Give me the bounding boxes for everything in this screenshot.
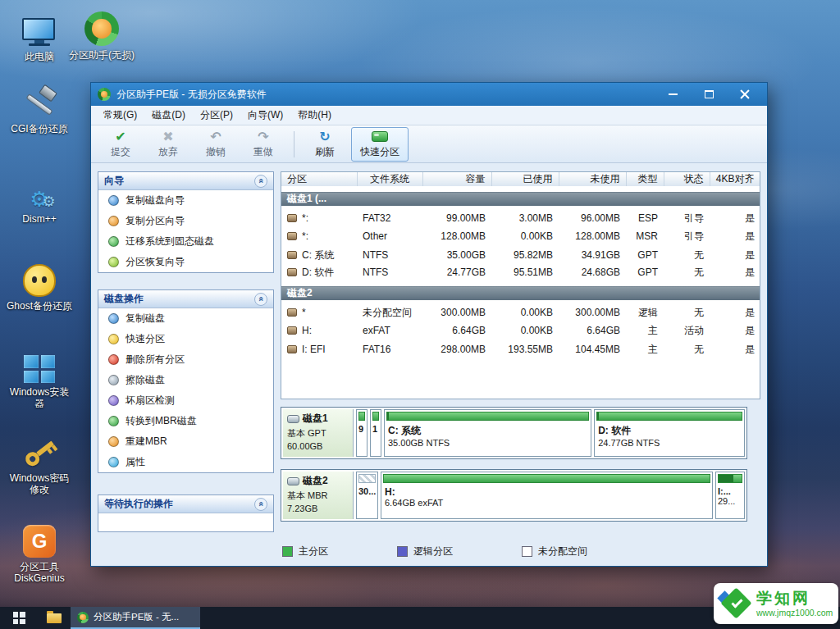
collapse-icon[interactable] — [254, 293, 267, 306]
legend-logical: 逻辑分区 — [397, 545, 453, 558]
partition-row-d[interactable]: D: 软件 NTFS 24.77GB 95.51MB 24.68GB GPT 无… — [281, 265, 760, 284]
panel-wizard-header[interactable]: 向导 — [98, 172, 273, 190]
desktop-icon-dism[interactable]: ⚙⚙ Dism++ — [7, 172, 72, 225]
sidebar-item-wipe-disk[interactable]: 擦除磁盘 — [98, 370, 273, 390]
cell-4kalign: 是 — [710, 265, 760, 284]
undo-button[interactable]: 撤销 — [194, 127, 237, 162]
menu-disk[interactable]: 磁盘(D) — [144, 106, 193, 125]
sidebar-item-migrate-os-ssd[interactable]: 迁移系统到固态磁盘 — [98, 231, 273, 252]
refresh-button[interactable]: 刷新 — [304, 127, 346, 162]
quick-partition-button[interactable]: 快速分区 — [351, 127, 409, 162]
close-button[interactable] — [734, 87, 756, 102]
sidebar-item-copy-partition-wizard[interactable]: 复制分区向导 — [98, 211, 273, 231]
collapse-icon[interactable] — [254, 175, 267, 188]
cell-unused: 300.00MB — [559, 303, 626, 321]
disk-size: 60.00GB — [287, 441, 349, 451]
menu-general[interactable]: 常规(G) — [96, 106, 144, 125]
menu-help[interactable]: 帮助(H) — [290, 106, 339, 125]
desktop-icon-windows-password[interactable]: Windows密码修改 — [7, 431, 72, 495]
partition-block-label: 1 — [372, 424, 377, 434]
desktop-icon-windows-installer[interactable]: Windows安装器 — [7, 345, 72, 409]
sidebar-item-properties[interactable]: 属性 — [98, 452, 273, 472]
menu-partition[interactable]: 分区(P) — [193, 106, 240, 125]
legend-label: 主分区 — [299, 545, 328, 558]
partition-row-esp[interactable]: *: FAT32 99.00MB 3.00MB 96.00MB ESP 引导 是 — [281, 208, 760, 227]
close-icon — [740, 89, 750, 99]
table-header-row: 分区 文件系统 容量 已使用 未使用 类型 状态 4KB对齐 — [281, 172, 760, 189]
unallocated-swatch — [522, 546, 532, 557]
partition-row-i[interactable]: I: EFI FAT16 298.00MB 193.55MB 104.45MB … — [281, 340, 760, 359]
cell-type: 逻辑 — [626, 303, 664, 321]
disk2-label[interactable]: 磁盘2 基本 MBR 7.23GB — [283, 472, 354, 519]
sidebar-item-label: 复制磁盘 — [126, 312, 165, 326]
toolbar: 提交 放弃 撤销 重做 刷新 快速分区 — [91, 125, 767, 163]
panel-pending-operations-header[interactable]: 等待执行的操作 — [98, 495, 273, 513]
start-button[interactable] — [0, 607, 38, 629]
partition-block-unallocated[interactable]: 30... — [356, 472, 378, 519]
cell-partition: *: — [302, 230, 308, 242]
disk1-label[interactable]: 磁盘1 基本 GPT 60.00GB — [283, 409, 354, 457]
col-header-status[interactable]: 状态 — [664, 172, 710, 189]
cell-unused: 128.00MB — [559, 227, 626, 246]
sidebar-item-rebuild-mbr[interactable]: 重建MBR — [98, 431, 273, 452]
titlebar[interactable]: 分区助手PE版 - 无损分区免费软件 — [91, 83, 767, 106]
col-header-filesystem[interactable]: 文件系统 — [357, 172, 422, 189]
panel-disk-operations: 磁盘操作 复制磁盘 快速分区 删除所有分区 — [98, 289, 274, 473]
cell-type: ESP — [626, 208, 664, 227]
partition-assistant-icon — [84, 8, 119, 46]
cell-type: GPT — [626, 265, 664, 284]
minimize-button[interactable] — [662, 87, 683, 102]
sidebar-item-copy-disk-wizard[interactable]: 复制磁盘向导 — [98, 190, 273, 211]
file-explorer-button[interactable] — [38, 607, 71, 629]
panel-disk-operations-header[interactable]: 磁盘操作 — [98, 290, 273, 308]
disk-group-label: 磁盘2 — [281, 284, 760, 303]
sidebar-item-bad-sector-check[interactable]: 坏扇区检测 — [98, 390, 273, 411]
disk1-group-row[interactable]: 磁盘1 (... — [281, 189, 760, 208]
desktop-icon-label: Windows密码修改 — [7, 472, 72, 495]
partition-block-h[interactable]: H: 6.64GB exFAT — [381, 472, 713, 519]
redo-button[interactable]: 重做 — [242, 127, 285, 162]
maximize-button[interactable] — [698, 87, 719, 102]
desktop-icon-ghost-backup[interactable]: Ghost备份还原 — [7, 259, 72, 312]
collapse-icon[interactable] — [254, 498, 267, 511]
partition-block-c[interactable]: C: 系统 35.00GB NTFS — [384, 409, 591, 457]
cell-4kalign: 是 — [710, 303, 760, 321]
partition-row-c[interactable]: C: 系统 NTFS 35.00GB 95.82MB 34.91GB GPT 无… — [281, 246, 760, 265]
col-header-unused[interactable]: 未使用 — [559, 172, 626, 189]
partition-row-unallocated[interactable]: * 未分配空间 300.00MB 0.00KB 300.00MB 逻辑 无 是 — [281, 303, 760, 321]
computer-icon — [22, 10, 57, 48]
taskbar-app-button[interactable]: 分区助手PE版 - 无... — [71, 607, 200, 629]
disk2-group-row[interactable]: 磁盘2 — [281, 284, 760, 303]
col-header-type[interactable]: 类型 — [626, 172, 664, 189]
sidebar-item-quick-partition[interactable]: 快速分区 — [98, 329, 273, 349]
desktop-icon-diskgenius[interactable]: 分区工具DiskGenius — [7, 520, 72, 584]
commit-button[interactable]: 提交 — [99, 127, 142, 162]
col-header-4kalign[interactable]: 4KB对齐 — [710, 172, 760, 189]
primary-partition-bar — [383, 474, 710, 483]
desktop-icon-this-pc[interactable]: 此电脑 — [7, 10, 72, 62]
partition-row-msr[interactable]: *: Other 128.00MB 0.00KB 128.00MB MSR 引导… — [281, 227, 760, 246]
discard-button[interactable]: 放弃 — [147, 127, 189, 162]
desktop-icon-partition-assistant[interactable]: 分区助手(无损) — [69, 8, 135, 61]
menu-wizard[interactable]: 向导(W) — [240, 106, 290, 125]
sidebar-item-convert-to-mbr[interactable]: 转换到MBR磁盘 — [98, 411, 273, 431]
col-header-partition[interactable]: 分区 — [281, 172, 357, 189]
sidebar-item-copy-disk[interactable]: 复制磁盘 — [98, 308, 273, 329]
partition-block-d[interactable]: D: 软件 24.77GB NTFS — [594, 409, 745, 457]
quick-partition-icon — [372, 130, 388, 144]
cell-unused: 104.45MB — [559, 340, 626, 359]
partition-block-esp[interactable]: 9 — [356, 409, 368, 457]
partition-block-i[interactable]: I:... 29... — [715, 472, 745, 519]
sidebar-item-partition-recovery-wizard[interactable]: 分区恢复向导 — [98, 252, 273, 272]
partition-row-h[interactable]: H: exFAT 6.64GB 0.00KB 6.64GB 主 活动 是 — [281, 321, 760, 340]
desktop-icon-label: 分区工具DiskGenius — [7, 561, 72, 584]
primary-partition-bar — [596, 412, 742, 421]
sidebar-item-delete-all-partitions[interactable]: 删除所有分区 — [98, 349, 273, 370]
partition-block-msr[interactable]: 1 — [370, 409, 381, 457]
col-header-capacity[interactable]: 容量 — [422, 172, 491, 189]
cell-capacity: 300.00MB — [422, 303, 491, 321]
desktop-icon-cgi-backup[interactable]: CGI备份还原 — [7, 82, 72, 134]
quick-partition-list-icon — [108, 334, 119, 344]
col-header-used[interactable]: 已使用 — [491, 172, 559, 189]
cell-capacity: 128.00MB — [422, 227, 491, 246]
